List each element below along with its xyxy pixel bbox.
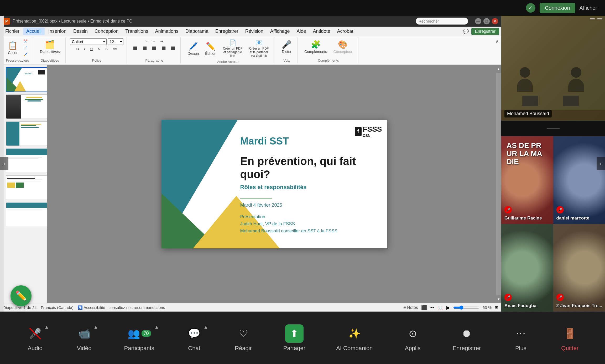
audio-icon: 🎤 xyxy=(26,324,44,343)
menu-diaporama[interactable]: Diaporama xyxy=(182,28,212,35)
fit-btn[interactable]: ⊞ xyxy=(495,305,498,310)
slide-thumb-5[interactable]: 5 xyxy=(6,175,47,200)
close-button[interactable]: ✕ xyxy=(492,18,498,24)
underline-btn[interactable]: U xyxy=(88,46,95,52)
annotation-button[interactable]: ✏️ xyxy=(11,285,32,306)
zoom-slider[interactable] xyxy=(453,306,479,310)
ribbon-group-voix: 🎤 Dicter Voix xyxy=(276,37,298,63)
slide-sorter-btn[interactable]: ⚏ xyxy=(430,305,434,311)
slide-scroll-right[interactable] xyxy=(496,65,501,303)
minimize-button[interactable]: — xyxy=(475,18,481,24)
laptop-2 xyxy=(563,96,579,106)
toolbar-leave[interactable]: 🚪 Quitter xyxy=(561,324,579,352)
slide-thumb-2[interactable]: 2 xyxy=(6,94,47,119)
ribbon-concepteur-btn[interactable]: 🎨 Concepteur xyxy=(331,38,355,55)
shadow-btn[interactable]: S xyxy=(103,46,110,52)
slide-panel-scroll-left xyxy=(0,65,4,303)
statusbar-right: ≡ Notes ⬛ ⚏ 📖 ▶ 63 % ⊞ xyxy=(403,305,498,311)
ribbon-share-icon: 💬 xyxy=(463,29,469,34)
toolbar-apps[interactable]: ⊙ Applis xyxy=(404,324,422,352)
video-expand-icon[interactable]: ▲ xyxy=(93,324,98,330)
ribbon-complements-btn[interactable]: 🧩 Compléments xyxy=(302,38,330,55)
align-justify-btn[interactable]: ⬛ xyxy=(159,45,168,51)
bold-btn[interactable]: B xyxy=(74,46,81,52)
menu-transitions[interactable]: Transitions xyxy=(122,28,151,35)
ppt-content: 1 Mardi SST 2 xyxy=(0,65,501,303)
toolbar-video[interactable]: 📹 Vidéo ▲ xyxy=(75,324,93,352)
toolbar-react[interactable]: ♡ Réagir xyxy=(234,324,253,352)
ppt-search[interactable] xyxy=(416,18,468,25)
ppt-enregistrer-btn[interactable]: Enregistrer xyxy=(471,28,499,35)
menu-accueil[interactable]: Accueil xyxy=(23,28,45,35)
grid-next-button[interactable]: › xyxy=(597,157,605,170)
ribbon-diapositives-btn[interactable]: 🗂️ Diapositives xyxy=(37,38,62,55)
grid-prev-button[interactable]: ‹ xyxy=(0,157,8,170)
ribbon-pdf-outlook-btn[interactable]: 📧 Créer un PDF et le partager via Outloo… xyxy=(246,38,272,59)
ribbon-label-para: Paragraphe xyxy=(145,58,163,62)
menu-affichage[interactable]: Affichage xyxy=(267,28,293,35)
char-spacing-btn[interactable]: AV xyxy=(111,46,119,52)
connexion-button[interactable]: Connexion xyxy=(540,3,575,13)
menu-insertion[interactable]: Insertion xyxy=(45,28,70,35)
slides-panel: 1 Mardi SST 2 xyxy=(0,65,47,303)
indent-btn[interactable]: ⇥ xyxy=(158,38,165,44)
afficher-label: Afficher xyxy=(580,5,597,11)
strikethrough-btn[interactable]: S̶ xyxy=(96,46,102,52)
menu-animations[interactable]: Animations xyxy=(152,28,182,35)
toolbar-chat[interactable]: 💬 Chat ▲ xyxy=(185,324,204,352)
ribbon-edition-btn[interactable]: ✏️ Édition xyxy=(202,40,219,57)
ribbon-pdf-link-btn[interactable]: 📄 Créer un PDF et partager le lien xyxy=(220,38,245,59)
ribbon-cut-btn[interactable]: ✂️ xyxy=(21,38,30,44)
menu-antidote[interactable]: Antidote xyxy=(310,28,333,35)
toolbar-participants[interactable]: 👥 70 Participants ▲ xyxy=(124,324,154,352)
ribbon-format-btn[interactable]: 🖌️ xyxy=(21,51,30,57)
vc4-name: 2-Jean-Francois Tre... xyxy=(556,303,602,308)
reading-view-btn[interactable]: 📖 xyxy=(437,305,443,311)
toolbar-ai-companion[interactable]: ✨ AI Companion xyxy=(336,324,373,352)
audio-expand-icon[interactable]: ▲ xyxy=(44,324,49,330)
slide-thumb-4[interactable]: 4 xyxy=(6,148,47,173)
menu-dessin[interactable]: Dessin xyxy=(70,28,91,35)
ribbon-dicter-btn[interactable]: 🎤 Dicter xyxy=(279,38,294,55)
menu-aide[interactable]: Aide xyxy=(293,28,309,35)
italic-btn[interactable]: I xyxy=(82,46,87,52)
participants-expand-icon[interactable]: ▲ xyxy=(154,324,159,330)
ribbon-coller-btn[interactable]: 📋 Coller xyxy=(5,39,20,56)
slide-container[interactable]: f FSSS CSN Mardi SST En prévention, qui … xyxy=(161,120,387,248)
font-size-select[interactable]: 12 xyxy=(108,38,123,45)
toolbar-audio[interactable]: 🎤 Audio ▲ xyxy=(26,324,44,352)
ribbon-row-para1: ≡ ≡ ⇥ xyxy=(143,38,165,44)
slide-thumb-3[interactable]: 3 xyxy=(6,121,47,146)
chat-expand-icon[interactable]: ▲ xyxy=(204,324,208,330)
ribbon-row-acrobat: 🖊️ Dessin ✏️ Édition 📄 Créer un PDF et p… xyxy=(185,38,272,59)
normal-view-btn[interactable]: ⬛ xyxy=(421,305,427,311)
menu-revision[interactable]: Révision xyxy=(242,28,267,35)
ribbon-label-comp: Compléments xyxy=(318,58,339,62)
slide-thumb-6[interactable]: 6 xyxy=(6,202,47,227)
align-center-btn[interactable]: ⬛ xyxy=(140,45,149,51)
share-label: Partager xyxy=(283,345,305,352)
toolbar-more[interactable]: ⋯ Plus xyxy=(512,324,530,352)
ribbon-row-comp: 🧩 Compléments 🎨 Concepteur xyxy=(302,38,355,55)
ribbon-collapse-btn[interactable]: ∧ xyxy=(495,38,499,45)
slideshow-btn[interactable]: ▶ xyxy=(446,305,450,311)
menu-enregistrer[interactable]: Enregistrer xyxy=(212,28,242,35)
ribbon-dessin-btn[interactable]: 🖊️ Dessin xyxy=(185,40,201,57)
slide-scroll-down[interactable]: ▼ xyxy=(496,295,501,303)
toolbar-share[interactable]: ⬆ Partager xyxy=(283,324,305,352)
slide-scroll-up[interactable]: ▲ xyxy=(496,65,501,73)
toolbar-record[interactable]: ⏺ Enregistrer xyxy=(453,324,481,352)
align-right-btn[interactable]: ⬛ xyxy=(150,45,158,51)
menu-fichier[interactable]: Fichier xyxy=(2,28,23,35)
align-left-btn[interactable]: ⬛ xyxy=(131,45,139,51)
list-btn1[interactable]: ≡ xyxy=(143,38,150,44)
menu-acrobat[interactable]: Acrobat xyxy=(334,28,357,35)
font-family-select[interactable]: Calibri xyxy=(70,38,107,45)
spacing-btn[interactable]: ⬛ xyxy=(169,45,177,51)
notes-btn[interactable]: ≡ Notes xyxy=(403,305,418,310)
maximize-button[interactable]: □ xyxy=(483,18,490,24)
ribbon-copy-btn[interactable]: 📄 xyxy=(21,45,30,51)
menu-conception[interactable]: Conception xyxy=(91,28,122,35)
slide-thumb-1[interactable]: 1 Mardi SST xyxy=(6,67,47,92)
list-btn2[interactable]: ≡ xyxy=(151,38,157,44)
